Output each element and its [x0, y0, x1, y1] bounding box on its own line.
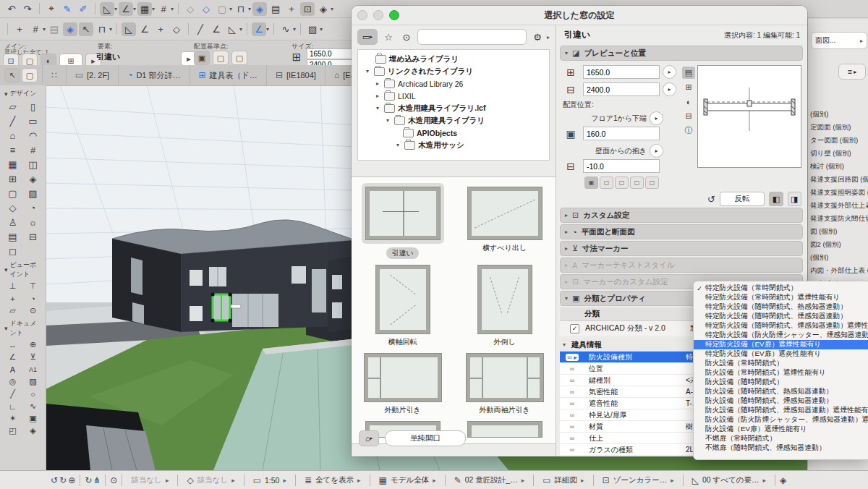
- polyline-tool[interactable]: ∟: [3, 400, 23, 412]
- renovation-filter-selector[interactable]: ◺00 すべての要…▸: [688, 475, 770, 485]
- library-part-sliding[interactable]: 引違い: [359, 183, 446, 261]
- rotate-icon[interactable]: ↺: [707, 194, 715, 205]
- group-icon[interactable]: ⊡: [300, 2, 315, 16]
- chevron-right-icon[interactable]: ▸: [374, 80, 381, 87]
- layout-item[interactable]: 発達支援防火間仕切り: [810, 213, 868, 225]
- document-section-header[interactable]: ▾ドキュメント: [0, 317, 46, 339]
- fit-icon[interactable]: +: [12, 22, 27, 36]
- organizer-button[interactable]: ∷: [43, 65, 67, 85]
- inject-parameters-icon[interactable]: ✐: [76, 2, 90, 16]
- zoom-previous-icon[interactable]: ↺: [51, 475, 58, 485]
- chevron-down-icon[interactable]: ▾: [384, 117, 391, 124]
- arc-icon[interactable]: ∿: [278, 22, 293, 36]
- snap-points-toggle[interactable]: ▦: [137, 2, 152, 16]
- highlight-icon[interactable]: ◈: [316, 2, 331, 16]
- section-tool[interactable]: ⊥: [3, 280, 23, 292]
- flip-button[interactable]: 反転: [720, 192, 765, 206]
- menu-item[interactable]: 不燃扉（随時閉鎖式、煙感知器連動）: [694, 443, 868, 453]
- chevron-down-icon[interactable]: ▾: [394, 142, 401, 148]
- search-icon[interactable]: ⊙: [399, 30, 414, 44]
- wall-tool[interactable]: ▱: [3, 99, 23, 114]
- tab-detail[interactable]: ◔D1 部分詳…: [119, 65, 190, 85]
- anchor-option-2[interactable]: ▢: [600, 177, 613, 189]
- simple-opening-button[interactable]: 単純開口: [385, 430, 466, 446]
- lock-icon[interactable]: ⊓: [95, 22, 109, 36]
- anchor-option-3[interactable]: ▢: [615, 177, 629, 189]
- anchor-option-1[interactable]: ▣: [584, 177, 598, 189]
- morph-tool[interactable]: ◇: [3, 200, 23, 215]
- guide-lines-toggle[interactable]: ◺: [100, 2, 114, 16]
- layout-item[interactable]: 検討 (個別): [810, 161, 868, 173]
- hotspot2-tool[interactable]: ✶: [3, 412, 23, 425]
- ruler-icon[interactable]: ▤: [47, 22, 61, 36]
- lock-icon[interactable]: ⊓: [234, 2, 248, 16]
- favorites-icon[interactable]: ◈: [63, 22, 77, 36]
- measure-icon[interactable]: ▤: [268, 2, 283, 16]
- angle-icon[interactable]: ∠: [209, 22, 224, 36]
- anchor-right-button[interactable]: ▢: [231, 51, 247, 65]
- tree-item-lixil[interactable]: ▸LIXIL: [358, 90, 549, 102]
- preview-plan-icon[interactable]: ⊞: [682, 81, 695, 93]
- menu-item[interactable]: 防火設備（随時閉鎖式、煙感知器連動）: [694, 396, 868, 406]
- column-tool[interactable]: ▯: [23, 99, 43, 114]
- chevron-right-icon[interactable]: ▸: [547, 34, 550, 41]
- story-anchor-button[interactable]: ▸: [650, 111, 663, 125]
- model-view-selector[interactable]: ▭詳細図▸: [538, 475, 588, 485]
- anchor-left-button[interactable]: ▣: [194, 51, 210, 65]
- layout-item[interactable]: 発達支援照明姿図 (個別): [810, 187, 868, 199]
- curtain-wall-tool[interactable]: ▦: [3, 157, 23, 171]
- menu-item[interactable]: 防火設備（防火防煙シャッター、煙感知器連動）遮煙性能有り: [694, 415, 868, 425]
- spline-tool[interactable]: ∿: [23, 400, 43, 412]
- worksheet-tool[interactable]: ▱: [3, 305, 23, 317]
- gear-icon[interactable]: ⚙: [530, 30, 545, 44]
- preview-info-icon[interactable]: ⓘ: [682, 124, 695, 137]
- layout-item[interactable]: 定図面 (個別): [810, 122, 868, 134]
- window-tool[interactable]: ⊞: [3, 171, 23, 186]
- reveal-options-button[interactable]: ▸: [650, 144, 663, 158]
- mesh-tool[interactable]: ⊟: [23, 229, 43, 244]
- line-icon[interactable]: ╱: [193, 22, 208, 36]
- grid-snap-toggle[interactable]: #: [156, 2, 171, 16]
- circle-tool[interactable]: ○: [23, 388, 43, 400]
- menu-item[interactable]: 特定防火設備（防火防煙シャッター、煙感知器連動）遮煙性能有り: [694, 331, 868, 340]
- figure-tool[interactable]: ▣: [23, 412, 43, 425]
- position-icon[interactable]: ◈: [780, 475, 786, 485]
- curtain-panel-tool[interactable]: ◻: [3, 244, 23, 258]
- section-plan-section[interactable]: ▸ ◔ 平面図と断面図: [560, 224, 803, 239]
- scale-selector[interactable]: ▭1:50▸: [249, 475, 291, 485]
- mirror-left-button[interactable]: ◧: [769, 192, 783, 206]
- chevron-down-icon[interactable]: ▾: [248, 6, 251, 12]
- sill-height-input[interactable]: [583, 127, 660, 140]
- menu-item[interactable]: 防火設備（随時閉鎖式、熱感知器連動）: [694, 387, 868, 396]
- move-icon[interactable]: ◈: [252, 2, 267, 16]
- zone-tool[interactable]: ▧: [23, 186, 43, 200]
- camera-tool[interactable]: ⊙: [23, 305, 43, 317]
- menu-item[interactable]: 防火設備（常時閉鎖式）: [694, 359, 868, 368]
- object-tool[interactable]: ♙: [3, 215, 23, 229]
- menu-item[interactable]: 防火設備（随時閉鎖式、煙感知器連動）遮煙性能有り: [694, 406, 868, 415]
- menu-item[interactable]: 防火設備（EV扉）遮煙性能有り: [694, 425, 868, 434]
- triangle-icon[interactable]: ◺: [225, 22, 239, 36]
- chevron-down-icon[interactable]: ▾: [293, 26, 296, 33]
- chevron-down-icon[interactable]: ▾: [266, 26, 269, 33]
- anchor-option-4[interactable]: ▢: [630, 177, 644, 189]
- snap-guides-toggle[interactable]: ∠: [119, 2, 133, 16]
- story-selector[interactable]: 該当なし▸: [127, 475, 173, 485]
- chevron-down-icon[interactable]: ▾: [171, 6, 174, 12]
- preview-3d-icon[interactable]: ◐: [682, 95, 695, 108]
- layout-item[interactable]: 図 (個別): [810, 226, 868, 238]
- tree-item-wood-library[interactable]: ▾木造用建具ライブラリ: [358, 114, 549, 127]
- layout-item[interactable]: (個別): [810, 252, 868, 264]
- preview-dimension-icon[interactable]: ▤: [682, 67, 695, 79]
- undo-icon[interactable]: ↶: [4, 2, 19, 16]
- layout-name-field[interactable]: 面図... ▸: [811, 32, 867, 49]
- layout-item[interactable]: 切り壁 (個別): [810, 148, 868, 160]
- chevron-down-icon[interactable]: ▾: [152, 6, 155, 12]
- label-tool[interactable]: A1: [23, 363, 43, 375]
- menu-item[interactable]: 特定防火設備（EV扉）遮炎性能有り: [694, 349, 868, 359]
- layout-item[interactable]: (個別): [810, 109, 868, 121]
- tab-floor-plan[interactable]: ▭[2. 2F]: [67, 65, 119, 85]
- chevron-down-icon[interactable]: ▾: [374, 105, 381, 111]
- structure-display-selector[interactable]: ▦モデル全体▸: [375, 475, 441, 485]
- section-custom-settings[interactable]: ▸ ⊡ カスタム設定: [560, 208, 803, 223]
